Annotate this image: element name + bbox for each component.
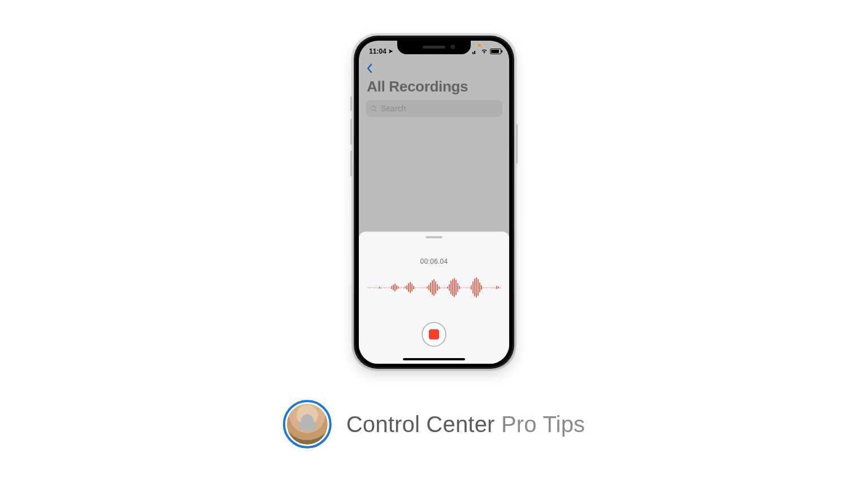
phone-mockup: 11:04 ➤ All Recordings [352,34,516,371]
caption-strong: Control Center [346,412,495,437]
stop-icon [429,329,439,339]
page-title: All Recordings [364,78,504,95]
nav-area: All Recordings Search [359,60,509,117]
search-input[interactable]: Search [366,100,502,117]
recording-timer: 00:06.04 [359,258,509,265]
caption: Control Center Pro Tips [283,400,585,448]
location-services-icon: ➤ [388,48,393,54]
status-time: 11:04 [369,47,387,55]
sheet-grabber[interactable] [426,236,442,238]
battery-icon [490,49,501,54]
back-button[interactable] [364,62,375,75]
search-placeholder: Search [381,104,406,113]
search-icon [370,105,377,112]
caption-text: Control Center Pro Tips [346,412,585,437]
home-indicator[interactable] [403,358,465,360]
cellular-signal-icon [472,49,479,54]
waveform [359,274,509,300]
caption-light: Pro Tips [501,412,585,437]
screen: 11:04 ➤ All Recordings [359,41,509,364]
wifi-icon [481,49,488,54]
stop-record-button[interactable] [422,322,446,347]
avatar-apple-haircut-icon [287,404,328,445]
recording-sheet: 00:06.04 [359,232,509,364]
avatar-ring [283,400,332,448]
mic-in-use-indicator-icon [478,44,481,47]
notch [397,41,471,54]
